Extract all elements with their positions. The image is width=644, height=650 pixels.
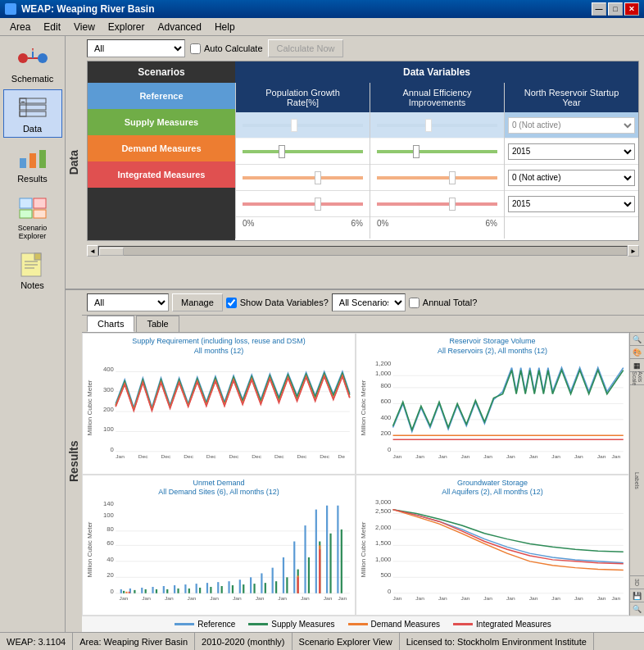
annual-total-checkbox-label[interactable]: Annual Total? [409, 298, 477, 308]
sidebar-item-data[interactable]: ▬ Data [3, 89, 62, 138]
col1-header: Population Growth Rate[%] [236, 83, 370, 112]
sidebar-item-notes[interactable]: Notes [3, 246, 62, 294]
scroll-left-button[interactable]: ◄ [87, 245, 98, 257]
all-scenarios-dropdown[interactable]: All Scenarios [332, 293, 406, 311]
chart-side-toolbar: 🔍 🎨 ▦ Axis Scale Labels 3D 💾 [629, 333, 644, 616]
sidebar-item-scenario-explorer[interactable]: Scenario Explorer [3, 189, 62, 244]
save-chart-button[interactable]: 💾 [630, 589, 644, 602]
color-button[interactable]: 🎨 [630, 346, 644, 359]
legend-reference-line [175, 623, 194, 625]
show-data-vars-checkbox-label[interactable]: Show Data Variables? [226, 298, 329, 308]
scenario-supply-row[interactable]: Supply Measures [88, 109, 235, 135]
calculate-now-button[interactable]: Calculate Now [268, 39, 344, 57]
svg-text:1,500: 1,500 [375, 540, 391, 547]
maximize-button[interactable]: □ [608, 2, 623, 16]
3d-label: 3D [630, 576, 644, 589]
svg-rect-125 [145, 589, 147, 593]
chart-groundwater-storage: Groundwater Storage All Aquifers (2), Al… [356, 475, 629, 616]
svg-rect-127 [166, 589, 168, 593]
menu-edit[interactable]: Edit [37, 20, 67, 34]
svg-rect-149 [319, 549, 320, 593]
window-title: WEAP: Weaping River Basin [21, 3, 154, 15]
close-button[interactable]: ✕ [624, 2, 639, 16]
svg-rect-13 [39, 150, 46, 168]
menu-explorer[interactable]: Explorer [102, 20, 152, 34]
svg-text:Jan: Jan [393, 595, 402, 601]
svg-text:Jan: Jan [483, 595, 492, 601]
status-version: WEAP: 3.1104 [0, 633, 73, 650]
svg-rect-113 [239, 580, 241, 593]
scenario-reference-row[interactable]: Reference [88, 83, 235, 109]
col3-row3-dropdown[interactable]: 0 (Not active)2015 [508, 170, 635, 186]
svg-text:0: 0 [111, 447, 114, 453]
svg-text:600: 600 [380, 398, 391, 405]
svg-text:Dec: Dec [229, 453, 239, 459]
search-chart-button[interactable]: 🔍 [630, 602, 644, 616]
legend-demand-line [348, 623, 368, 625]
svg-text:Jan: Jan [611, 453, 620, 459]
zoom-button[interactable]: 🔍 [630, 333, 644, 346]
labels-label: Labels [630, 385, 644, 576]
svg-rect-12 [29, 153, 36, 168]
sidebar-item-results[interactable]: Results [3, 139, 62, 188]
svg-rect-7 [20, 105, 46, 110]
legend-reference: Reference [175, 620, 235, 629]
status-bar: WEAP: 3.1104 Area: Weaping River Basin 2… [0, 632, 644, 650]
svg-text:Dec: Dec [274, 453, 284, 459]
menu-help[interactable]: Help [208, 20, 242, 34]
svg-text:Dec: Dec [138, 453, 148, 459]
svg-rect-123 [123, 591, 125, 593]
svg-text:Jan: Jan [438, 595, 447, 601]
svg-rect-136 [265, 583, 266, 593]
data-scenario-dropdown[interactable]: All [87, 39, 185, 57]
chart3-ylabel: Million Cubic Meter [86, 498, 98, 602]
menu-view[interactable]: View [67, 20, 102, 34]
annual-total-checkbox[interactable] [409, 298, 420, 308]
col3-row4-dropdown[interactable]: 20150 (Not active) [508, 196, 635, 212]
svg-text:Dec: Dec [320, 453, 329, 459]
svg-text:400: 400 [103, 366, 114, 373]
svg-rect-131 [210, 587, 211, 593]
menu-area[interactable]: Area [3, 20, 37, 34]
svg-text:Dec: Dec [206, 453, 216, 459]
svg-rect-14 [20, 198, 32, 208]
axis-scale-label: Axis Scale [630, 372, 644, 385]
svg-text:Dec: Dec [184, 453, 193, 459]
chart4-title: Groundwater Storage All Aquifers (2), Al… [360, 479, 625, 498]
menu-advanced[interactable]: Advanced [152, 20, 208, 34]
svg-text:▬: ▬ [21, 99, 25, 103]
status-area: Area: Weaping River Basin [73, 633, 195, 650]
status-view: Scenario Explorer View [293, 633, 400, 650]
col3-row1-dropdown[interactable]: 0 (Not active)2015 [508, 117, 635, 134]
svg-text:Jan: Jan [611, 595, 620, 601]
sidebar-data-label: Data [23, 124, 42, 134]
table-icon-button[interactable]: ▦ [630, 359, 644, 372]
status-period: 2010-2020 (monthly) [195, 633, 293, 650]
scroll-right-button[interactable]: ► [628, 245, 639, 257]
sidebar-item-schematic[interactable]: Schematic [3, 39, 62, 88]
svg-text:Jan: Jan [506, 595, 515, 601]
svg-rect-121 [326, 506, 328, 593]
scenario-demand-row[interactable]: Demand Measures [88, 135, 235, 161]
col2-header: Annual Efficiency Improvements [370, 83, 504, 112]
svg-text:100: 100 [103, 512, 114, 519]
svg-text:Jan: Jan [506, 453, 515, 459]
svg-text:Jan: Jan [338, 595, 347, 601]
tab-table[interactable]: Table [136, 316, 179, 332]
show-data-vars-checkbox[interactable] [226, 298, 237, 308]
svg-text:500: 500 [380, 572, 391, 579]
col3-row2-dropdown[interactable]: 20150 (Not active) [508, 143, 635, 160]
legend-supply: Supply Measures [248, 620, 334, 629]
scenario-integrated-row[interactable]: Integrated Measures [88, 161, 235, 188]
legend-integrated: Integrated Measures [453, 620, 551, 629]
chart-reservoir-storage: Reservoir Storage Volume All Reservoirs … [356, 333, 629, 475]
svg-text:Jan: Jan [116, 453, 125, 459]
svg-text:Jan: Jan [256, 595, 265, 601]
tab-charts[interactable]: Charts [87, 316, 134, 332]
results-scenario-dropdown[interactable]: All [87, 293, 169, 311]
status-license: Licensed to: Stockholm Environment Insti… [400, 633, 594, 650]
minimize-button[interactable]: — [592, 2, 606, 16]
manage-button[interactable]: Manage [172, 293, 223, 311]
auto-calculate-checkbox[interactable] [190, 43, 201, 54]
auto-calculate-checkbox-label[interactable]: Auto Calculate [190, 43, 263, 54]
